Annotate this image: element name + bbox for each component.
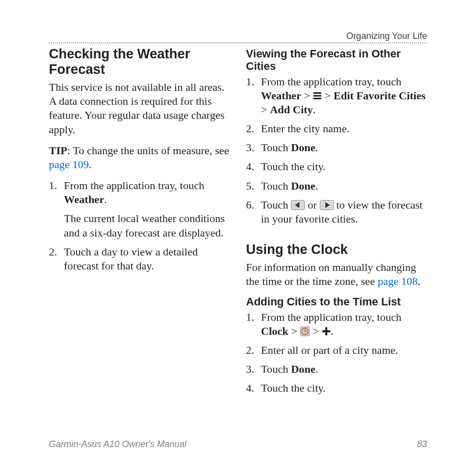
clock-intro-after: . — [418, 275, 421, 287]
tip-after: . — [89, 158, 92, 171]
step-text: or — [305, 199, 319, 211]
step-bold: Weather — [261, 89, 301, 102]
step-subtext: The current local weather conditions and… — [64, 212, 230, 239]
menu-icon — [313, 90, 322, 99]
list-item: From the application tray, touch Clock >… — [246, 310, 427, 338]
header-divider — [49, 42, 427, 43]
footer-page-number: 83 — [417, 439, 427, 450]
weather-intro: This service is not available in all are… — [49, 80, 230, 137]
step-bold: Add City — [270, 103, 313, 116]
step-text: . — [315, 141, 318, 154]
forecast-steps: From the application tray, touch Weather… — [246, 75, 427, 226]
step-text: Touch — [261, 199, 291, 211]
footer-title: Garmin-Asus A10 Owner's Manual — [49, 439, 187, 450]
list-item: From the application tray, touch Weather… — [49, 179, 230, 240]
step-text: . — [313, 103, 316, 116]
step-text: Touch — [261, 141, 291, 154]
step-text: Touch — [261, 363, 291, 375]
right-column: Viewing the Forecast in Other Cities Fro… — [246, 46, 427, 400]
heading-checking-weather: Checking the Weather Forecast — [49, 46, 230, 77]
heading-using-clock: Using the Clock — [246, 242, 427, 257]
list-item: Touch Done. — [246, 179, 427, 193]
step-text: > — [261, 103, 270, 116]
clock-intro: For information on manually changing the… — [246, 260, 427, 288]
clock-icon — [300, 326, 310, 336]
list-item: Touch Done. — [246, 141, 427, 155]
step-text: > — [288, 325, 300, 337]
clock-steps: From the application tray, touch Clock >… — [246, 310, 427, 396]
running-header: Organizing Your Life — [49, 31, 427, 41]
step-bold: Clock — [261, 325, 288, 337]
left-arrow-button-icon — [291, 200, 305, 210]
svg-rect-0 — [313, 92, 321, 94]
step-bold: Weather — [64, 193, 104, 206]
link-page-109[interactable]: page 109 — [49, 158, 89, 171]
list-item: Touch Done. — [246, 362, 427, 376]
heading-adding-cities: Adding Cities to the Time List — [246, 295, 427, 308]
left-column: Checking the Weather Forecast This servi… — [49, 46, 230, 400]
plus-icon — [322, 325, 331, 334]
step-bold: Done — [291, 141, 315, 154]
step-text: . — [315, 363, 318, 375]
svg-rect-12 — [322, 330, 330, 332]
step-text: . — [315, 180, 318, 192]
step-text: From the application tray, touch — [64, 179, 204, 192]
page-footer: Garmin-Asus A10 Owner's Manual 83 — [49, 439, 427, 450]
step-bold: Edit Favorite Cities — [334, 89, 426, 102]
svg-rect-1 — [313, 95, 321, 96]
list-item: Touch the city. — [246, 160, 427, 174]
step-text: . — [331, 325, 334, 337]
heading-viewing-forecast: Viewing the Forecast in Other Cities — [246, 47, 427, 73]
step-text: Touch — [261, 180, 291, 192]
list-item: From the application tray, touch Weather… — [246, 75, 427, 117]
list-item: Touch the city. — [246, 381, 427, 395]
weather-steps: From the application tray, touch Weather… — [49, 179, 230, 273]
right-arrow-button-icon — [320, 200, 334, 210]
tip-label: TIP — [49, 144, 67, 157]
step-bold: Done — [291, 363, 315, 375]
link-page-108[interactable]: page 108 — [378, 275, 418, 287]
step-text: > — [322, 89, 333, 102]
weather-tip: TIP: To change the units of measure, see… — [49, 144, 230, 172]
step-text: > — [310, 325, 321, 337]
list-item: Enter all or part of a city name. — [246, 343, 427, 357]
step-text: From the application tray, touch — [261, 75, 401, 88]
step-bold: Done — [291, 180, 315, 192]
tip-text: : To change the units of measure, see — [67, 144, 229, 157]
step-text: . — [104, 193, 107, 206]
list-item: Touch or to view the forecast in your fa… — [246, 198, 427, 226]
list-item: Touch a day to view a detailed forecast … — [49, 245, 230, 273]
list-item: Enter the city name. — [246, 122, 427, 136]
step-text: > — [301, 89, 313, 102]
step-text: From the application tray, touch — [261, 311, 401, 323]
svg-rect-2 — [313, 98, 321, 99]
